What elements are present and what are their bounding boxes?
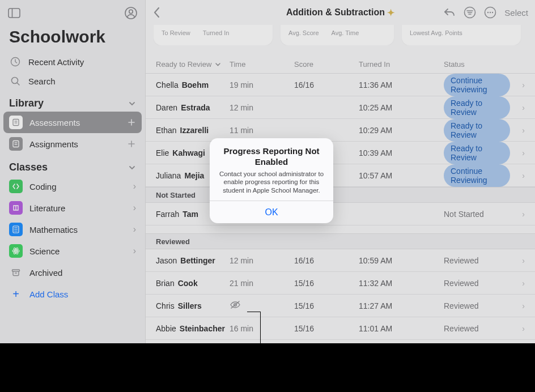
topbar: Addition & Subtraction ✦ Select	[146, 0, 535, 25]
section-reviewed: Reviewed	[146, 233, 535, 249]
col-ready-to-review[interactable]: Ready to Review	[156, 60, 230, 69]
chevron-right-icon: ›	[510, 301, 525, 310]
chevron-right-icon: ›	[510, 279, 525, 288]
coding-icon	[9, 180, 23, 193]
chevron-right-icon: ›	[510, 324, 525, 333]
chevron-down-icon	[215, 61, 221, 67]
table-row[interactable]: Jason Bettinger 12 min 16/16 10:59 AM Re…	[146, 249, 535, 272]
svg-point-24	[16, 231, 18, 232]
status-pill[interactable]: Continue Reviewing	[444, 74, 510, 96]
summary-card-avg: Avg. Score Avg. Time	[281, 25, 394, 45]
sidebar-recent-activity[interactable]: Recent Activity	[0, 52, 145, 71]
archived-icon	[9, 266, 23, 279]
status-pill[interactable]: Ready to Review	[444, 119, 510, 142]
progress-hidden-icon	[230, 300, 241, 309]
sidebar-item-literature[interactable]: Literature ›	[3, 197, 142, 219]
filter-icon[interactable]	[464, 6, 476, 19]
section-not-started: Not Started	[146, 187, 535, 203]
sidebar-search[interactable]: Search	[0, 71, 145, 91]
cell-turned: 11:27 AM	[359, 301, 392, 310]
undo-icon[interactable]	[443, 7, 456, 18]
status-pill[interactable]: Continue Reviewing	[444, 164, 510, 187]
table-row[interactable]: Chris Sillers 15/16 11:27 AM Reviewed ›	[146, 295, 535, 317]
cell-last: Izzarelli	[180, 126, 209, 135]
sidebar: Schoolwork Recent Activity Search Librar…	[0, 0, 146, 343]
plus-icon[interactable]	[127, 139, 136, 148]
sidebar-item-mathematics[interactable]: Mathematics ›	[3, 219, 142, 240]
col-score[interactable]: Score	[294, 60, 359, 69]
chevron-right-icon: ›	[510, 80, 525, 90]
cell-turned: 11:01 AM	[359, 324, 392, 333]
svg-point-36	[487, 12, 489, 13]
cell-last: Bettinger	[180, 256, 215, 265]
summary-card-review: To Review Turned In	[154, 25, 273, 45]
annotation-pointer	[247, 312, 261, 312]
sidebar-item-assessments[interactable]: Assessments	[3, 112, 142, 133]
table-row[interactable]: Elie Kahwagi 10:39 AM Ready to Review ›	[146, 142, 535, 164]
table-row[interactable]: Ethan Izzarelli 11 min 10:29 AM Ready to…	[146, 119, 535, 142]
cell-score: 15/16	[294, 301, 314, 310]
sidebar-item-assignments[interactable]: Assignments	[3, 133, 142, 155]
back-button[interactable]	[152, 6, 162, 19]
table-row[interactable]: Chella Boehm 19 min 16/16 11:36 AM Conti…	[146, 74, 535, 96]
cell-status: Reviewed	[444, 279, 478, 288]
cell-status: Reviewed	[444, 301, 478, 310]
mathematics-icon	[9, 223, 23, 236]
chevron-right-icon: ›	[510, 103, 525, 112]
cell-turned: 11:32 AM	[359, 279, 392, 288]
cell-time: 19 min	[230, 80, 253, 90]
cell-time: 11 min	[230, 126, 253, 135]
cell-status: Reviewed	[444, 256, 478, 265]
table-row[interactable]: Farrah Tam Not Started ›	[146, 203, 535, 225]
doc-icon	[9, 137, 23, 151]
classes-header[interactable]: Classes	[0, 155, 145, 176]
select-button[interactable]: Select	[504, 8, 528, 18]
chevron-right-icon: ›	[133, 203, 136, 213]
chevron-right-icon: ›	[510, 171, 525, 180]
cell-last: Boehm	[182, 80, 209, 90]
col-turned[interactable]: Turned In	[359, 60, 444, 69]
bottom-letterbox	[0, 343, 535, 392]
dialog-message: Contact your school administrator to ena…	[218, 170, 325, 195]
library-header[interactable]: Library	[0, 91, 145, 112]
cell-first: Abbie	[156, 324, 176, 333]
cell-last: Kahwagi	[172, 148, 205, 157]
sidebar-item-coding[interactable]: Coding ›	[3, 176, 142, 197]
col-status[interactable]: Status	[444, 60, 510, 69]
sidebar-item-science[interactable]: Science ›	[3, 240, 142, 262]
cell-first: Daren	[156, 103, 177, 112]
table-row[interactable]: Brian Cook 21 min 15/16 11:32 AM Reviewe…	[146, 272, 535, 295]
add-class-button[interactable]: + Add Class	[3, 283, 142, 305]
cell-score: 16/16	[294, 80, 314, 90]
chevron-right-icon: ›	[133, 224, 136, 235]
table-row[interactable]: Daren Estrada 12 min 10:25 AM Ready to R…	[146, 96, 535, 119]
svg-rect-7	[13, 120, 19, 126]
cell-first: Chris	[156, 301, 175, 310]
svg-point-23	[15, 231, 16, 232]
svg-point-22	[14, 231, 15, 232]
table-row[interactable]: Abbie Steinbacher 16 min 15/16 11:01 AM …	[146, 317, 535, 340]
cell-time: 21 min	[230, 279, 253, 288]
more-icon[interactable]	[484, 6, 496, 19]
cell-first: Juliana	[156, 171, 181, 180]
table-row[interactable]: Juliana Mejia 10:57 AM Continue Reviewin…	[146, 164, 535, 187]
svg-point-37	[490, 12, 491, 13]
clock-icon	[9, 57, 22, 67]
account-icon[interactable]	[125, 7, 137, 19]
plus-icon[interactable]	[127, 118, 136, 127]
sidebar-item-label: Assignments	[29, 139, 78, 149]
sidebar-toggle-icon[interactable]	[8, 8, 20, 18]
cell-time: 12 min	[230, 103, 253, 112]
status-pill[interactable]: Ready to Review	[444, 96, 510, 119]
cell-time: 16 min	[230, 324, 253, 333]
sidebar-item-label: Recent Activity	[28, 57, 84, 67]
status-pill[interactable]: Ready to Review	[444, 142, 510, 164]
cell-turned: 10:57 AM	[359, 171, 392, 180]
sidebar-item-archived[interactable]: Archived	[3, 262, 142, 283]
col-time[interactable]: Time	[230, 60, 294, 69]
svg-rect-12	[13, 141, 19, 147]
cell-last: Tam	[182, 210, 198, 219]
dialog-ok-button[interactable]: OK	[210, 201, 333, 223]
svg-point-21	[16, 229, 18, 230]
chevron-right-icon: ›	[510, 126, 525, 135]
